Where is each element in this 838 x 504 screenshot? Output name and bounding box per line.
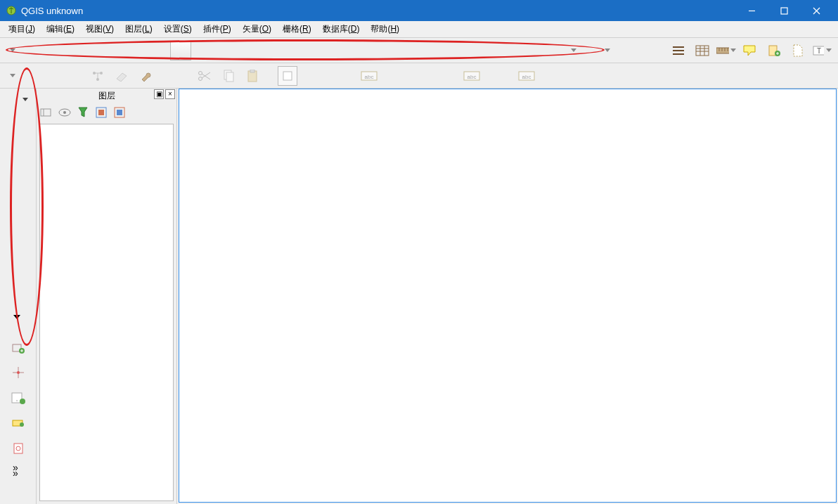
menu-help[interactable]: 帮助(H) [365,21,405,37]
svg-point-30 [199,77,202,80]
leftbar-dropdown[interactable] [20,94,30,104]
menu-plugins[interactable]: 插件(P) [198,21,237,37]
window-controls [735,0,832,21]
toolbar1-dropdown-2[interactable] [568,41,579,60]
measure-icon[interactable] [716,41,736,60]
leftbar-chevron-down-icon[interactable] [13,315,20,319]
panel-dock-button[interactable]: ▣ [154,89,164,99]
attributes-icon[interactable] [692,41,712,60]
svg-point-53 [20,399,25,404]
panel-close-button[interactable]: × [165,89,175,99]
svg-text:abc: abc [522,74,531,80]
wrench-icon[interactable] [136,66,155,86]
menu-layer[interactable]: 图层(L) [120,21,158,37]
minimize-button[interactable] [735,0,768,21]
svg-rect-5 [673,46,684,48]
tip-icon[interactable] [740,41,760,60]
label-abc-icon-2[interactable]: abc [462,66,482,86]
bookmark-add-icon[interactable] [764,41,784,60]
layer-add-group-icon[interactable] [39,105,53,119]
menu-view[interactable]: 视图(V) [80,21,120,37]
menu-settings[interactable]: 设置(S) [158,21,198,37]
svg-point-50 [17,371,20,374]
window-titlebar: QGIS unknown [0,0,838,21]
menu-bar: 项目(J) 编辑(E) 视图(V) 图层(L) 设置(S) 插件(P) 矢量(O… [0,21,838,38]
svg-rect-65 [117,110,122,115]
window-title: QGIS unknown [21,6,735,16]
layer-filter-icon[interactable] [76,105,90,119]
svg-rect-6 [673,50,684,51]
list-icon[interactable] [669,41,688,60]
eraser-icon[interactable] [112,66,131,86]
toolbar-row-2: abc abc abc [0,63,838,89]
svg-point-61 [63,111,66,114]
add-point-layer-icon[interactable] [10,364,27,381]
map-canvas[interactable] [179,89,837,503]
layer-collapse-icon[interactable] [112,105,127,119]
add-layer-generic-icon[interactable] [10,339,27,356]
menu-project[interactable]: 项目(J) [3,21,41,37]
layers-panel-header: 图层 ▣ × [37,89,176,103]
layers-panel: 图层 ▣ × [37,89,177,504]
layer-visibility-icon[interactable] [58,105,72,119]
svg-rect-34 [226,72,233,82]
svg-rect-58 [41,109,51,116]
svg-rect-56 [14,444,22,453]
db-layer-icon[interactable] [10,415,27,432]
nodes-icon[interactable] [88,66,108,86]
label-abc-icon-3[interactable]: abc [517,66,536,86]
toolbar1-dropdown-3[interactable] [602,41,613,60]
paste-icon[interactable] [243,66,262,86]
svg-line-31 [202,74,210,79]
menu-database[interactable]: 数据库(D) [317,21,366,37]
maximize-button[interactable] [768,0,800,21]
svg-text:abc: abc [365,74,374,80]
scissors-icon[interactable] [195,66,214,86]
menu-edit[interactable]: 编辑(E) [41,21,80,37]
virtual-layer-icon[interactable] [10,440,27,457]
copy-icon[interactable] [219,66,238,86]
text-annotation-icon[interactable]: T [812,41,832,60]
qgis-app-icon [6,5,17,16]
layer-expand-icon[interactable] [94,105,108,119]
toolbar-row-1: T [0,38,838,63]
menu-vector[interactable]: 矢量(O) [237,21,277,37]
svg-line-32 [202,72,210,78]
label-abc-icon-1[interactable]: abc [359,66,379,86]
toolbar2-dropdown[interactable] [7,66,18,86]
new-file-icon[interactable] [788,41,808,60]
svg-text:abc: abc [468,74,477,80]
svg-rect-36 [250,70,254,72]
svg-rect-8 [696,46,709,56]
layers-panel-toolbar [37,103,176,122]
svg-rect-63 [98,110,104,115]
svg-text:,: , [15,395,18,402]
svg-rect-7 [673,53,684,55]
svg-rect-2 [781,8,787,14]
svg-point-55 [20,422,24,427]
svg-rect-37 [283,72,292,80]
close-button[interactable] [800,0,832,21]
main-body: , »» 图层 ▣ × [0,89,838,504]
layers-tree[interactable] [39,124,174,501]
selected-rect-icon[interactable] [278,66,297,86]
svg-point-29 [199,71,202,75]
layers-panel-title: 图层 [98,90,115,102]
add-delimited-text-icon[interactable]: , [10,389,27,406]
svg-text:T: T [817,47,821,55]
menu-raster[interactable]: 栅格(R) [277,21,317,37]
left-vertical-toolbar: , »» [0,89,37,504]
expand-more-icon[interactable]: »» [13,465,18,476]
toolbar1-dropdown-1[interactable] [7,41,18,60]
toolbar1-empty-button[interactable] [170,41,191,60]
svg-rect-13 [716,48,729,53]
